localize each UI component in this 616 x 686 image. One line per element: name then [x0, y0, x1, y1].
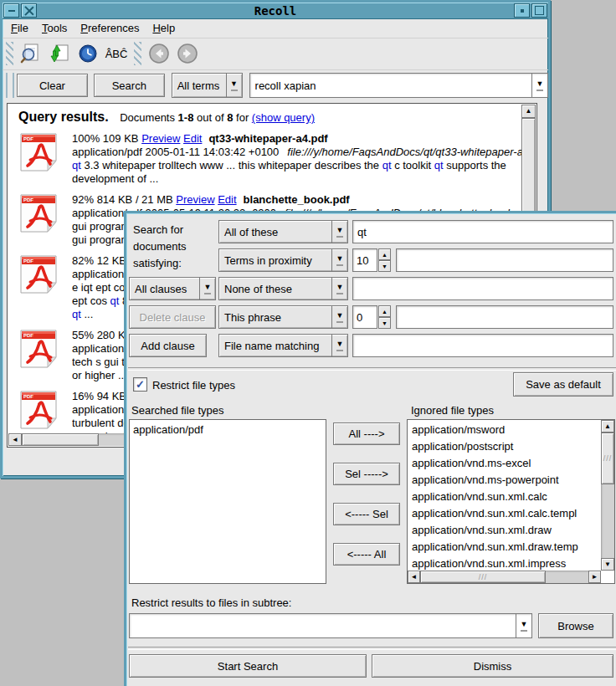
back-icon[interactable]	[146, 42, 172, 65]
all-clauses-combo[interactable]: All clauses ▼	[129, 277, 216, 300]
phrase-slack-spinbox[interactable]: 0 ▲▼	[352, 305, 391, 329]
clause-type-combo-4[interactable]: This phrase ▼	[218, 305, 348, 329]
list-item[interactable]: application/msword	[408, 422, 600, 438]
query-combo[interactable]: recoll xapian ▼	[249, 73, 548, 98]
pdf-file-icon[interactable]: PDF	[18, 132, 59, 172]
clause-input-5[interactable]	[352, 334, 613, 357]
save-as-default-button[interactable]: Save as default	[513, 372, 613, 397]
clause-input-2[interactable]	[396, 248, 613, 272]
result-filename: blanchette_book.pdf	[244, 193, 350, 206]
toolbar-drag-handle[interactable]	[6, 42, 13, 65]
list-item[interactable]: application/vnd.ms-excel	[408, 455, 600, 472]
restrict-filetypes-checkbox[interactable]: ✓	[133, 377, 147, 392]
highlighted-term: qt	[72, 308, 81, 320]
spin-up-icon[interactable]: ▲	[378, 248, 391, 260]
scroll-left-icon[interactable]: ◄	[408, 571, 420, 583]
preview-document-icon[interactable]	[18, 42, 44, 65]
spin-up-icon[interactable]: ▲	[378, 305, 391, 317]
proximity-spinbox[interactable]: 10 ▲▼	[352, 248, 391, 272]
toolbar: ÂBĈ	[3, 38, 548, 70]
menu-file[interactable]: File	[11, 22, 28, 34]
scroll-left-icon[interactable]: ◄	[8, 433, 22, 446]
satisfy-label: Search for documents satisfying:	[133, 222, 187, 272]
titlebar[interactable]: Recoll	[3, 3, 548, 19]
forward-icon[interactable]	[175, 42, 200, 65]
menu-tools[interactable]: Tools	[42, 22, 67, 34]
search-mode-combo[interactable]: All terms ▼	[172, 73, 243, 98]
clear-button[interactable]: Clear	[17, 74, 88, 97]
move-sel-right-button[interactable]: Sel ----->	[333, 463, 400, 485]
restrict-filetypes-label: Restrict file types	[152, 379, 235, 392]
list-item[interactable]: application/vnd.sun.xml.calc	[408, 489, 600, 505]
clause-type-combo-2[interactable]: Terms in proximity ▼	[218, 248, 348, 272]
list-item[interactable]: application/vnd.sun.xml.draw	[408, 522, 600, 539]
pdf-file-icon[interactable]: PDF	[18, 390, 59, 430]
scroll-up-icon[interactable]: ▲	[601, 420, 614, 433]
scroll-down-icon[interactable]: ▼	[601, 558, 614, 571]
result-percent: 100% 109 KB	[72, 132, 141, 145]
chevron-down-icon: ▼	[204, 284, 212, 291]
ignored-hscrollbar[interactable]: ◄ /// ►	[408, 571, 601, 583]
spin-down-icon[interactable]: ▼	[378, 317, 391, 329]
sort-by-date-icon[interactable]	[75, 42, 100, 65]
clause-input-1[interactable]	[352, 220, 613, 243]
scroll-right-icon[interactable]: ►	[588, 571, 601, 583]
delete-clause-button[interactable]: Delete clause	[129, 305, 216, 329]
chevron-down-icon: ▼	[336, 227, 344, 234]
clause-type-combo-3[interactable]: None of these ▼	[218, 277, 348, 300]
pdf-file-icon[interactable]: PDF	[18, 329, 59, 369]
list-item[interactable]: application/vnd.ms-powerpoint	[408, 472, 600, 489]
spin-down-icon[interactable]: ▼	[378, 260, 391, 272]
window-menu-button[interactable]	[3, 3, 19, 18]
ignored-vscrollbar[interactable]: ▲ /// ▼	[601, 420, 614, 571]
preview-link[interactable]: Preview	[176, 193, 214, 206]
browse-button[interactable]: Browse	[538, 613, 613, 638]
list-item[interactable]: application/pdf	[130, 422, 326, 438]
clause-input-4[interactable]	[396, 305, 613, 329]
start-search-button[interactable]: Start Search	[129, 654, 367, 678]
maximize-button[interactable]	[531, 3, 547, 18]
searched-filetypes-list[interactable]: application/pdf	[129, 419, 326, 584]
result-lines: 100% 109 KB Preview Editqt33-whitepaper-…	[72, 132, 521, 186]
dismiss-button[interactable]: Dismiss	[372, 654, 613, 678]
clause-type-combo-1[interactable]: All of these ▼	[218, 220, 348, 243]
move-sel-left-button[interactable]: <----- Sel	[333, 503, 400, 525]
pdf-file-icon[interactable]: PDF	[18, 193, 59, 233]
clause-type-combo-5[interactable]: File name matching ▼	[218, 334, 348, 357]
menu-help[interactable]: Help	[152, 22, 175, 34]
svg-text:PDF: PDF	[23, 394, 33, 399]
add-clause-button[interactable]: Add clause	[129, 334, 207, 357]
move-all-left-button[interactable]: <----- All	[333, 543, 400, 566]
move-all-right-button[interactable]: All ---->	[333, 422, 400, 445]
chevron-down-icon: ▼	[336, 284, 344, 291]
close-button[interactable]	[21, 3, 37, 18]
scroll-up-icon[interactable]: ▲	[521, 105, 536, 118]
searchbar-drag-handle[interactable]	[6, 73, 14, 98]
list-item[interactable]: application/vnd.sun.xml.draw.temp	[408, 539, 600, 555]
preview-link[interactable]: Preview	[141, 132, 180, 145]
menu-preferences[interactable]: Preferences	[80, 22, 139, 34]
doc-total: 8	[227, 111, 233, 124]
pdf-file-icon[interactable]: PDF	[18, 254, 59, 294]
edit-link[interactable]: Edit	[183, 132, 202, 145]
result-snippet: development of ...	[72, 172, 521, 186]
ignored-filetypes-list[interactable]: application/mswordapplication/postscript…	[407, 419, 615, 584]
chevron-down-icon: ▼	[230, 80, 238, 88]
menubar: FileToolsPreferencesHelp	[3, 18, 548, 38]
subtree-combo[interactable]: ▼	[129, 613, 532, 638]
edit-link[interactable]: Edit	[218, 193, 236, 206]
searched-filetypes-label: Searched file types	[131, 404, 224, 417]
result-headline: 92% 814 KB / 21 MB Preview Editblanchett…	[72, 193, 521, 207]
chevron-down-icon: ▼	[521, 621, 528, 628]
update-index-icon[interactable]	[47, 42, 72, 65]
list-item[interactable]: application/postscript	[408, 438, 600, 455]
highlighted-term: qt	[434, 159, 444, 172]
search-button[interactable]: Search	[94, 74, 165, 97]
show-query-link[interactable]: (show query)	[252, 111, 315, 124]
term-explorer-icon[interactable]: ÂBĈ	[104, 42, 129, 65]
close-icon	[24, 6, 33, 15]
clause-input-3[interactable]	[352, 277, 613, 300]
iconify-button[interactable]	[514, 3, 530, 18]
list-item[interactable]: application/vnd.sun.xml.calc.templ	[408, 505, 600, 522]
list-item[interactable]: application/vnd.sun.xml.impress	[408, 555, 600, 570]
